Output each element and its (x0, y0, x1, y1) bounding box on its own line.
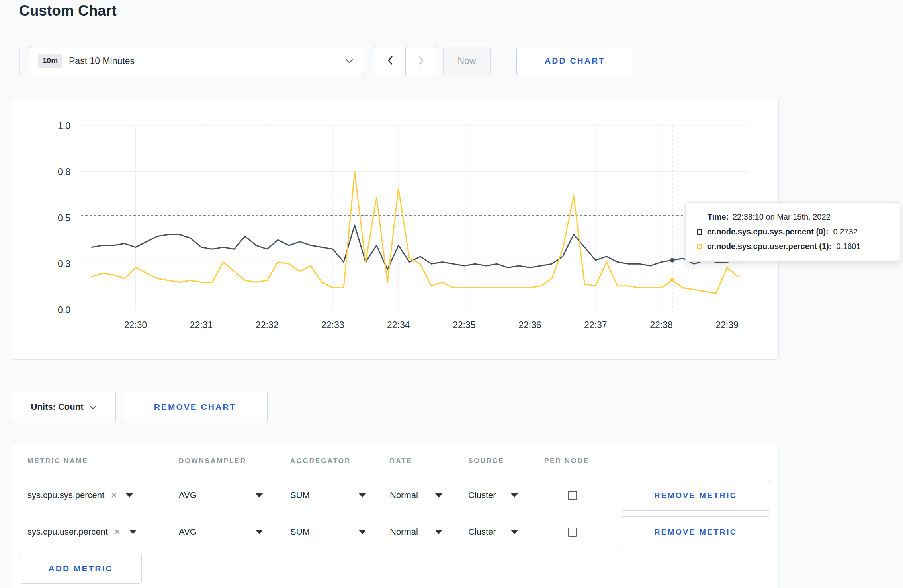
metric-name-select[interactable]: sys.cpu.user.percent × (27, 527, 179, 537)
source-select[interactable]: Cluster (468, 490, 518, 500)
svg-text:22:31: 22:31 (190, 320, 213, 330)
add-chart-button[interactable]: ADD CHART (516, 47, 633, 75)
aggregator-value: SUM (290, 527, 310, 537)
dropdown-caret-icon (359, 530, 366, 534)
tooltip-series-value: 0.2732 (833, 227, 858, 236)
source-select[interactable]: Cluster (468, 527, 518, 537)
tooltip-series-row: cr.node.sys.cpu.sys.percent (0): 0.2732 (697, 227, 889, 236)
downsampler-select[interactable]: AVG (179, 527, 263, 537)
per-node-checkbox[interactable] (568, 491, 577, 500)
remove-metric-button[interactable]: REMOVE METRIC (621, 480, 770, 511)
chart-svg[interactable]: 22:3022:3122:3222:3322:3422:3522:3622:37… (12, 98, 778, 359)
table-row: sys.cpu.user.percent × AVG SUM Normal Cl… (12, 514, 778, 550)
svg-text:22:39: 22:39 (715, 320, 739, 330)
aggregator-select[interactable]: SUM (290, 490, 366, 500)
metric-name-select[interactable]: sys.cpu.sys.percent × (27, 490, 179, 501)
header-aggregator: AGGREGATOR (290, 457, 390, 465)
chart-tooltip: Time:22:38:10 on Mar 15th, 2022 cr.node.… (685, 202, 900, 262)
rate-value: Normal (390, 527, 418, 537)
header-downsampler: DOWNSAMPLER (179, 457, 290, 465)
rate-select[interactable]: Normal (390, 490, 442, 500)
remove-chart-button[interactable]: REMOVE CHART (123, 391, 268, 423)
svg-text:22:34: 22:34 (387, 320, 410, 330)
svg-text:0.0: 0.0 (58, 305, 70, 315)
metrics-table-header: METRIC NAME DOWNSAMPLER AGGREGATOR RATE … (12, 445, 778, 477)
dropdown-caret-icon (435, 530, 442, 534)
units-select[interactable]: Units: Count (12, 391, 116, 423)
rate-select[interactable]: Normal (390, 527, 442, 537)
source-value: Cluster (468, 527, 496, 537)
tooltip-time-value: 22:38:10 on Mar 15th, 2022 (733, 212, 831, 221)
dropdown-caret-icon (435, 493, 442, 498)
svg-text:0.8: 0.8 (58, 167, 70, 177)
now-button[interactable]: Now (443, 47, 491, 75)
tooltip-time: Time:22:38:10 on Mar 15th, 2022 (697, 212, 889, 222)
header-rate: RATE (390, 457, 468, 465)
tooltip-series-name: cr.node.sys.cpu.user.percent (1): (707, 242, 831, 251)
series-user-swatch-icon (697, 244, 702, 249)
dropdown-caret-icon (511, 493, 518, 498)
dropdown-caret-icon (511, 530, 518, 534)
dropdown-caret-icon (256, 493, 263, 498)
header-per-node: PER NODE (544, 457, 621, 465)
rate-value: Normal (390, 490, 418, 500)
svg-text:0.5: 0.5 (58, 213, 70, 223)
svg-text:22:35: 22:35 (453, 320, 476, 330)
chart-footer: Units: Count REMOVE CHART (12, 391, 268, 423)
chevron-down-icon (345, 58, 354, 64)
downsampler-select[interactable]: AVG (179, 490, 263, 500)
next-time-button[interactable] (405, 47, 437, 75)
svg-text:22:30: 22:30 (124, 320, 147, 330)
tooltip-series-name: cr.node.sys.cpu.sys.percent (0): (707, 227, 829, 236)
dropdown-caret-icon (359, 493, 366, 498)
header-metric-name: METRIC NAME (27, 457, 179, 465)
units-label: Units: Count (31, 402, 84, 412)
metric-name: sys.cpu.user.percent (27, 527, 108, 537)
table-row: sys.cpu.sys.percent × AVG SUM Normal Clu… (12, 477, 778, 514)
header-source: SOURCE (468, 457, 544, 465)
close-icon[interactable]: × (114, 527, 121, 537)
prev-time-button[interactable] (374, 47, 406, 75)
toolbar: 10m Past 10 Minutes Now ADD CHART (19, 47, 633, 75)
metrics-table: METRIC NAME DOWNSAMPLER AGGREGATOR RATE … (12, 445, 779, 588)
time-range-select[interactable]: 10m Past 10 Minutes (30, 47, 364, 75)
dropdown-caret-icon (256, 530, 263, 534)
close-icon[interactable]: × (111, 490, 117, 501)
series-sys-swatch-icon (697, 229, 702, 235)
downsampler-value: AVG (179, 490, 197, 500)
remove-metric-button[interactable]: REMOVE METRIC (621, 516, 770, 547)
add-metric-button[interactable]: ADD METRIC (20, 553, 142, 584)
svg-text:22:33: 22:33 (321, 320, 344, 330)
chevron-right-icon (418, 56, 424, 66)
page-title: Custom Chart (19, 2, 117, 19)
svg-text:1.0: 1.0 (58, 121, 70, 131)
dropdown-caret-icon (129, 530, 137, 534)
svg-text:0.3: 0.3 (58, 259, 70, 269)
chevron-left-icon (387, 56, 393, 66)
chart-panel: 22:3022:3122:3222:3322:3422:3522:3622:37… (12, 98, 779, 360)
downsampler-value: AVG (179, 527, 197, 537)
aggregator-select[interactable]: SUM (290, 527, 366, 537)
toolbar-divider (19, 47, 20, 75)
aggregator-value: SUM (290, 490, 310, 500)
source-value: Cluster (468, 490, 496, 500)
svg-text:22:37: 22:37 (584, 320, 607, 330)
metric-name: sys.cpu.sys.percent (27, 490, 104, 500)
svg-text:22:32: 22:32 (256, 320, 279, 330)
time-range-badge: 10m (38, 54, 62, 68)
svg-text:22:38: 22:38 (650, 320, 673, 330)
svg-text:22:36: 22:36 (518, 320, 541, 330)
tooltip-series-value: 0.1601 (836, 242, 860, 251)
tooltip-series-row: cr.node.sys.cpu.user.percent (1): 0.1601 (697, 242, 889, 251)
time-range-label: Past 10 Minutes (69, 56, 135, 66)
dropdown-caret-icon (126, 493, 133, 498)
tooltip-time-label: Time: (708, 212, 729, 221)
per-node-checkbox[interactable] (568, 528, 577, 537)
chevron-down-icon (90, 402, 96, 412)
time-pager (374, 47, 437, 75)
